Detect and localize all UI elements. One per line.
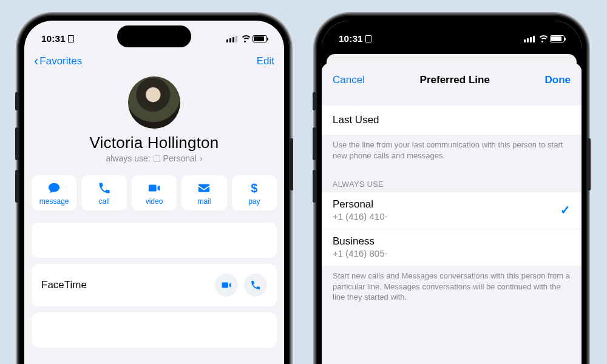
phone-right: 10:31 Cancel Preferred Line Done Last Us… — [316, 15, 588, 364]
phone-left: 10:31 ‹ Favorites Edit Victoria Hollingt… — [18, 15, 290, 364]
message-icon — [47, 181, 61, 195]
nav-bar: ‹ Favorites Edit — [24, 51, 284, 73]
screen: 10:31 Cancel Preferred Line Done Last Us… — [322, 21, 582, 364]
sim-icon — [365, 35, 371, 42]
dynamic-island — [117, 25, 191, 47]
chevron-right-icon: › — [200, 153, 203, 163]
line-number: +1 (416) 805- — [333, 248, 387, 258]
facetime-label: FaceTime — [41, 279, 87, 291]
option-last-used[interactable]: Last Used — [322, 106, 582, 135]
action-pay[interactable]: $ pay — [232, 175, 277, 211]
avatar[interactable] — [128, 76, 180, 129]
facetime-video-button[interactable] — [215, 274, 238, 297]
signal-icon — [226, 36, 237, 42]
done-button[interactable]: Done — [545, 74, 571, 86]
action-label: pay — [248, 197, 260, 206]
blank-card[interactable] — [32, 223, 277, 258]
action-label: message — [39, 197, 69, 206]
blank-card[interactable] — [32, 312, 277, 348]
action-mail[interactable]: mail — [181, 175, 226, 211]
cancel-button[interactable]: Cancel — [333, 74, 365, 86]
sim-chip-icon — [154, 155, 160, 162]
video-icon — [148, 181, 161, 195]
mail-icon — [197, 181, 211, 195]
signal-icon — [524, 36, 535, 42]
sim-icon — [68, 35, 74, 42]
last-used-note: Use the line from your last communicatio… — [322, 135, 582, 169]
action-label: mail — [197, 197, 211, 206]
action-call[interactable]: call — [81, 175, 126, 211]
checkmark-icon: ✓ — [560, 203, 571, 217]
wifi-icon — [538, 35, 547, 42]
clock: 10:31 — [339, 33, 363, 44]
option-line-personal[interactable]: Personal +1 (416) 410- ✓ — [322, 192, 582, 229]
side-button — [290, 138, 293, 190]
side-button — [313, 92, 316, 110]
status-bar: 10:31 — [322, 21, 582, 51]
section-header-always-use: ALWAYS USE — [322, 169, 582, 192]
side-button — [15, 170, 18, 203]
status-bar: 10:31 — [24, 21, 284, 51]
preferred-line-sheet: Cancel Preferred Line Done Last Used Use… — [322, 63, 582, 364]
always-use-note: Start new calls and Messages conversatio… — [322, 266, 582, 311]
contact-header: Victoria Hollington always use: Personal… — [24, 73, 284, 169]
facetime-card: FaceTime — [32, 264, 277, 306]
side-button — [588, 138, 591, 190]
phone-icon — [98, 181, 111, 195]
dollar-icon: $ — [248, 181, 261, 195]
edit-button[interactable]: Edit — [257, 55, 274, 67]
sheet-nav: Cancel Preferred Line Done — [322, 63, 582, 97]
chevron-left-icon: ‹ — [34, 55, 38, 68]
action-label: call — [99, 197, 110, 206]
contact-name: Victoria Hollington — [24, 133, 284, 152]
sheet-title: Preferred Line — [420, 74, 490, 86]
subline-prefix: always use: — [106, 153, 150, 163]
dynamic-island — [415, 25, 489, 47]
clock: 10:31 — [41, 33, 66, 44]
side-button — [313, 127, 316, 160]
video-icon — [221, 280, 232, 291]
wifi-icon — [240, 35, 249, 42]
side-button — [313, 170, 316, 203]
subline-value: Personal — [163, 153, 197, 163]
side-button — [15, 92, 18, 110]
back-label: Favorites — [39, 55, 82, 67]
battery-icon — [550, 35, 565, 42]
screen: 10:31 ‹ Favorites Edit Victoria Hollingt… — [24, 21, 284, 364]
phone-icon — [250, 280, 261, 291]
line-number: +1 (416) 410- — [333, 211, 387, 221]
action-video[interactable]: video — [132, 175, 177, 211]
facetime-audio-button[interactable] — [244, 274, 267, 297]
option-line-business[interactable]: Business +1 (416) 805- — [322, 229, 582, 266]
back-button[interactable]: ‹ Favorites — [34, 55, 82, 68]
action-row: message call video mail $ pay — [24, 169, 284, 217]
action-message[interactable]: message — [32, 175, 76, 211]
line-name: Business — [333, 235, 387, 248]
preferred-line-link[interactable]: always use: Personal › — [24, 153, 284, 163]
side-button — [15, 127, 18, 160]
action-label: video — [146, 197, 163, 206]
line-name: Personal — [333, 198, 387, 211]
battery-icon — [253, 35, 267, 42]
